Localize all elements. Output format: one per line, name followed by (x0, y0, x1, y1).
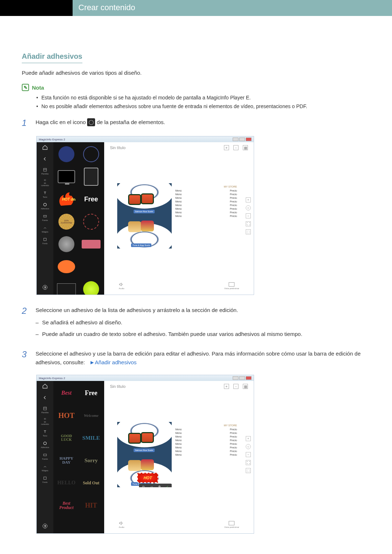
back-icon[interactable] (41, 156, 49, 163)
window-controls (233, 376, 252, 380)
text-icon[interactable]: Texto (41, 191, 49, 198)
header-title: Crear contenido (73, 0, 392, 16)
sticker-item[interactable]: HIT (80, 496, 102, 515)
back-icon[interactable] (41, 395, 49, 402)
sticker-panel: HOT deal Free 100% GUARANTEE (53, 142, 104, 295)
copy-icon[interactable]: ⧉ (141, 485, 146, 487)
sticker-item[interactable] (56, 257, 77, 276)
note-block: ✎ Nota Esta función no está disponible s… (22, 84, 370, 109)
sticker-item[interactable]: Best (56, 383, 77, 403)
schedule-icon[interactable]: ▦ (243, 384, 248, 389)
sticker-item[interactable]: HELLO (56, 473, 77, 493)
audio-icon[interactable]: Audio (119, 282, 124, 290)
layer-icon[interactable]: ▱ (149, 485, 154, 487)
mycontent-icon[interactable]: Mi contenido (41, 418, 49, 425)
stickers-icon[interactable]: Adhesivos (41, 441, 49, 448)
right-tools: + ○ − ⛶ ⬚ (246, 197, 251, 234)
expand-icon[interactable]: ⛶ (246, 221, 251, 226)
lock-icon[interactable]: ⬚ (246, 229, 251, 234)
add-icon[interactable]: + (224, 145, 229, 150)
sticker-item[interactable] (56, 167, 77, 186)
templates-icon[interactable]: Plantillas (41, 406, 49, 414)
source-icon[interactable]: Fuente (41, 214, 49, 221)
confirm-icon[interactable]: ✓ (165, 485, 170, 487)
home-icon[interactable] (41, 144, 49, 152)
save-icon[interactable]: ▫ (233, 145, 238, 150)
sticker-item[interactable]: Free (80, 383, 102, 403)
canvas-footer: Audio Vista preliminar (104, 279, 254, 295)
help-icon[interactable]: ? (41, 284, 49, 292)
templates-icon[interactable]: Plantillas (41, 168, 49, 175)
sticker-item[interactable]: GOOD LUCK (56, 428, 77, 448)
mycontent-icon[interactable]: Mi contenido (41, 179, 49, 186)
schedule-icon[interactable]: ▦ (243, 145, 248, 150)
fit-icon[interactable]: ○ (246, 205, 251, 210)
cross-reference-link[interactable]: Añadir adhesivos (95, 359, 136, 365)
sticker-item[interactable]: Best Product (56, 496, 77, 515)
widgets-icon[interactable]: Widgets (41, 226, 49, 233)
canvas-main[interactable]: Salmon Roe Sushi Tuna & Egg Sushi MY STO… (104, 153, 254, 279)
source-icon[interactable]: Fuente (41, 453, 49, 460)
sticker-item[interactable]: HOT deal (56, 189, 77, 209)
text-icon[interactable]: Texto (41, 430, 49, 437)
preview-icon[interactable]: Vista preliminar (224, 282, 239, 290)
delete-icon[interactable]: 🗑 (157, 485, 162, 487)
canvas-footer: Audio Vista preliminar (104, 517, 254, 533)
sticker-item[interactable]: 100% GUARANTEE (56, 212, 77, 231)
zoom-in-icon[interactable]: + (246, 197, 251, 202)
home-icon[interactable] (41, 383, 49, 390)
step-text: Seleccione el adhesivo y use la barra de… (36, 350, 361, 365)
stickers-icon[interactable]: Adhesivos (41, 202, 49, 210)
sticker-item[interactable]: HAPPY DAY (56, 451, 77, 470)
sticker-item[interactable]: HOT (56, 406, 77, 425)
minimize-button[interactable] (233, 138, 238, 141)
sticker-item[interactable] (80, 257, 102, 276)
sticker-item[interactable] (80, 279, 102, 295)
fit-icon[interactable]: ○ (246, 444, 251, 449)
sticker-item[interactable]: Welcome (80, 406, 102, 425)
canvas-main[interactable]: Salmon Roe Sushi Tuna & Egg Sushi HOT ⧉ … (104, 392, 254, 517)
sticker-item[interactable] (80, 234, 102, 254)
sticker-edit-toolbar: ⧉ ▱ 🗑 ✓ (139, 484, 172, 487)
minimize-button[interactable] (233, 376, 238, 380)
maximize-button[interactable] (239, 376, 245, 380)
store-name: MY STORE (175, 185, 237, 188)
sticker-item[interactable] (80, 144, 102, 164)
sub-item: Puede añadir un cuadro de texto sobre el… (36, 330, 370, 338)
audio-icon[interactable]: Audio (119, 521, 124, 528)
zoom-out-icon[interactable]: − (246, 452, 251, 457)
widgets-icon[interactable]: Widgets (41, 464, 49, 472)
sticker-item[interactable] (56, 144, 77, 164)
background-icon[interactable]: Fondo (41, 476, 49, 483)
save-icon[interactable]: ▫ (233, 384, 238, 389)
sticker-item[interactable]: Sorry (80, 451, 102, 470)
app-body: Plantillas Mi contenido Texto Adhesivos … (37, 142, 254, 295)
sticker-item[interactable]: Free (80, 189, 102, 209)
sticker-item[interactable] (80, 212, 102, 231)
sticker-item[interactable] (80, 167, 102, 186)
sticker-panel: Best Free HOT Welcome GOOD LUCK SMILE HA… (53, 381, 104, 533)
step-1: 1 Haga clic en el icono ◯ de la pestaña … (22, 118, 370, 128)
preview-icon[interactable]: Vista preliminar (224, 521, 239, 528)
zoom-out-icon[interactable]: − (246, 213, 251, 218)
sticker-item[interactable] (56, 279, 77, 295)
sticker-item[interactable] (56, 234, 77, 254)
close-button[interactable] (246, 376, 252, 380)
expand-icon[interactable]: ⛶ (246, 460, 251, 465)
lock-icon[interactable]: ⬚ (246, 468, 251, 473)
add-icon[interactable]: + (224, 384, 229, 389)
zoom-in-icon[interactable]: + (246, 436, 251, 441)
background-icon[interactable]: Fondo (41, 237, 49, 245)
step-number: 1 (22, 118, 29, 128)
maximize-button[interactable] (239, 138, 245, 141)
svg-rect-15 (44, 454, 46, 456)
right-tools: + ○ − ⛶ ⬚ (246, 436, 251, 473)
svg-point-14 (44, 442, 46, 445)
help-icon[interactable]: ? (41, 523, 49, 530)
sticker-item[interactable]: SMILE (80, 428, 102, 448)
close-button[interactable] (246, 138, 252, 141)
menu-column: MY STORE MenúPrecio MenúPrecio MenúPreci… (172, 183, 241, 249)
sticker-item[interactable]: Sold Out (80, 473, 102, 493)
store-name: MY STORE (175, 424, 237, 427)
placed-sticker-hot[interactable]: HOT (137, 473, 158, 483)
